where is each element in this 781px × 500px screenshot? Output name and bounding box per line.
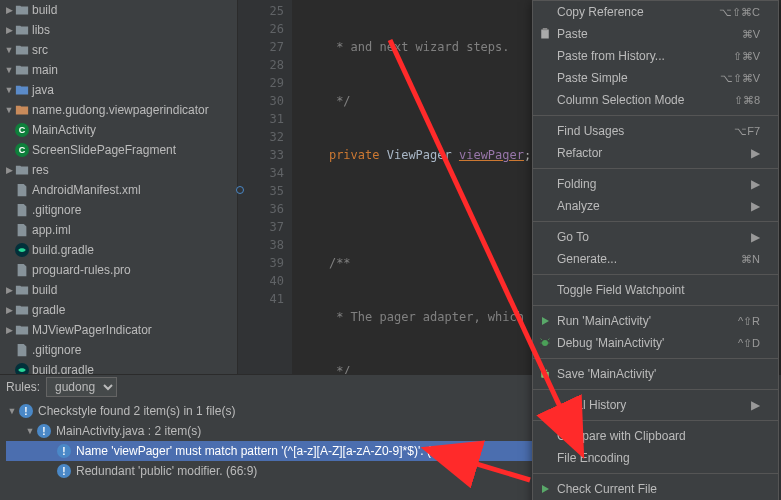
tree-label: name.gudong.viewpagerindicator <box>32 103 209 117</box>
tree-label: MJViewPagerIndicator <box>32 323 152 337</box>
info-icon: ! <box>18 403 34 419</box>
ctx-save[interactable]: Save 'MainActivity' <box>533 363 778 385</box>
clipboard-icon <box>537 28 553 40</box>
class-icon: C <box>14 142 30 158</box>
tree-src[interactable]: ▼src <box>0 40 237 60</box>
tree-libs[interactable]: ▶libs <box>0 20 237 40</box>
tree-label: .gitignore <box>32 203 81 217</box>
ctx-debug[interactable]: Debug 'MainActivity'^⇧D <box>533 332 778 354</box>
folder-icon <box>14 162 30 178</box>
ctx-separator <box>533 389 778 390</box>
ctx-paste-simple[interactable]: Paste Simple⌥⇧⌘V <box>533 67 778 89</box>
tree-java[interactable]: ▼java <box>0 80 237 100</box>
tree-build[interactable]: ▶build <box>0 0 237 20</box>
folder-icon <box>14 322 30 338</box>
tree-fragment[interactable]: CScreenSlidePageFragment <box>0 140 237 160</box>
svg-rect-1 <box>543 28 548 30</box>
ctx-find-usages[interactable]: Find Usages⌥F7 <box>533 120 778 142</box>
ctx-separator <box>533 305 778 306</box>
tree-label: main <box>32 63 58 77</box>
folder-icon <box>14 22 30 38</box>
folder-icon <box>14 2 30 18</box>
tree-package[interactable]: ▼name.gudong.viewpagerindicator <box>0 100 237 120</box>
svg-rect-6 <box>541 372 549 378</box>
tree-gradle2[interactable]: ▶gradle <box>0 300 237 320</box>
code-text: * and next wizard steps. <box>336 40 509 54</box>
ctx-analyze[interactable]: Analyze▶ <box>533 195 778 217</box>
cs-text: MainActivity.java : 2 item(s) <box>56 424 201 438</box>
tree-main[interactable]: ▼main <box>0 60 237 80</box>
file-icon <box>14 262 30 278</box>
code-text: /** <box>329 256 351 270</box>
tree-label: app.iml <box>32 223 71 237</box>
info-icon: ! <box>36 423 52 439</box>
ctx-paste[interactable]: Paste⌘V <box>533 23 778 45</box>
tree-label: proguard-rules.pro <box>32 263 131 277</box>
ctx-file-encoding[interactable]: File Encoding <box>533 447 778 469</box>
tree-mjvp[interactable]: ▶MJViewPagerIndicator <box>0 320 237 340</box>
svg-rect-0 <box>541 30 549 39</box>
cs-text: Checkstyle found 2 item(s) in 1 file(s) <box>38 404 235 418</box>
file-icon <box>14 202 30 218</box>
tree-label: src <box>32 43 48 57</box>
ctx-separator <box>533 358 778 359</box>
project-tree[interactable]: ▶build ▶libs ▼src ▼main ▼java ▼name.gudo… <box>0 0 238 374</box>
ctx-folding[interactable]: Folding▶ <box>533 173 778 195</box>
context-menu[interactable]: Copy Reference⌥⇧⌘C Paste⌘V Paste from Hi… <box>532 0 779 500</box>
svg-line-4 <box>541 339 543 341</box>
cs-text: Redundant 'public' modifier. (66:9) <box>76 464 257 478</box>
tree-gitignore2[interactable]: .gitignore <box>0 340 237 360</box>
tree-res[interactable]: ▶res <box>0 160 237 180</box>
tree-label: java <box>32 83 54 97</box>
tree-proguard[interactable]: proguard-rules.pro <box>0 260 237 280</box>
tree-appiml[interactable]: app.iml <box>0 220 237 240</box>
ctx-compare-clipboard[interactable]: Compare with Clipboard <box>533 425 778 447</box>
tree-gitignore[interactable]: .gitignore <box>0 200 237 220</box>
tree-manifest[interactable]: AndroidManifest.xml <box>0 180 237 200</box>
cs-text: Name 'viewPager' must match pattern '(^[… <box>76 444 465 458</box>
ctx-toggle-watchpoint[interactable]: Toggle Field Watchpoint <box>533 279 778 301</box>
class-icon: C <box>14 122 30 138</box>
ctx-paste-history[interactable]: Paste from History...⇧⌘V <box>533 45 778 67</box>
svg-point-8 <box>546 370 548 372</box>
tree-build2[interactable]: ▶build <box>0 280 237 300</box>
tree-label: .gitignore <box>32 343 81 357</box>
ctx-local-history[interactable]: Local History▶ <box>533 394 778 416</box>
tree-main-activity[interactable]: CMainActivity <box>0 120 237 140</box>
rules-label: Rules: <box>6 380 40 394</box>
line-number: 35 <box>270 184 284 198</box>
svg-point-7 <box>543 370 545 372</box>
tree-buildgradle[interactable]: build.gradle <box>0 240 237 260</box>
rules-select[interactable]: gudong <box>46 377 117 397</box>
debug-icon <box>537 337 553 349</box>
ctx-refactor[interactable]: Refactor▶ <box>533 142 778 164</box>
ctx-separator <box>533 420 778 421</box>
file-icon <box>14 222 30 238</box>
code-text: ViewPager <box>387 148 459 162</box>
ctx-run[interactable]: Run 'MainActivity'^⇧R <box>533 310 778 332</box>
tree-label: build <box>32 3 57 17</box>
tree-label: gradle <box>32 303 65 317</box>
tree-label: build.gradle <box>32 363 94 374</box>
ctx-separator <box>533 473 778 474</box>
code-text: */ <box>329 364 351 374</box>
ctx-separator <box>533 274 778 275</box>
ctx-copy-reference[interactable]: Copy Reference⌥⇧⌘C <box>533 1 778 23</box>
run-icon <box>537 317 553 325</box>
code-text: ; <box>524 148 531 162</box>
tree-label: res <box>32 163 49 177</box>
gradle-icon <box>14 362 30 374</box>
folder-icon <box>14 82 30 98</box>
gradle-icon <box>14 242 30 258</box>
tree-buildgradle2[interactable]: build.gradle <box>0 360 237 374</box>
ctx-check-current-file[interactable]: Check Current File <box>533 478 778 500</box>
android-icon <box>537 368 553 380</box>
ctx-separator <box>533 168 778 169</box>
code-text: private <box>329 148 387 162</box>
override-gutter-icon[interactable] <box>236 186 244 194</box>
folder-icon <box>14 282 30 298</box>
folder-icon <box>14 302 30 318</box>
ctx-goto[interactable]: Go To▶ <box>533 226 778 248</box>
ctx-column-selection[interactable]: Column Selection Mode⇧⌘8 <box>533 89 778 111</box>
ctx-generate[interactable]: Generate...⌘N <box>533 248 778 270</box>
